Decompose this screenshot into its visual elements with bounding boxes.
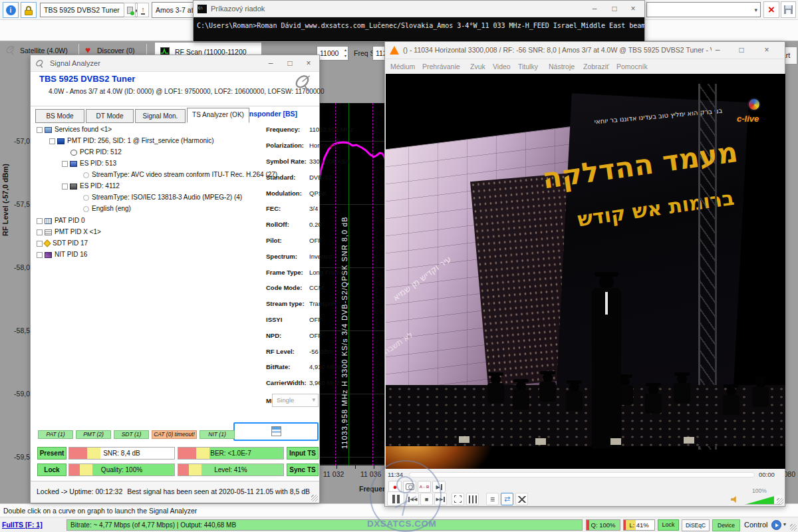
tab-discover[interactable]: Discover (0) [97, 47, 135, 55]
field-value: Transport [309, 300, 336, 307]
control-chevron-icon[interactable]: ▾ [783, 521, 786, 527]
mis-select[interactable]: Single ▾ [272, 394, 319, 407]
menu-subtitles[interactable]: Titulky [518, 63, 538, 70]
sdt-icon [43, 240, 51, 247]
cmd-console[interactable]: C:\Users\Roman>Roman Dávid_www.dxsatcs.c… [194, 17, 644, 41]
volume-slider[interactable] [744, 494, 781, 505]
settings-button[interactable] [466, 493, 479, 505]
close-button[interactable]: × [758, 45, 775, 57]
field-label: Pilot: [266, 237, 282, 244]
pause-button[interactable] [387, 491, 404, 506]
menu-playback[interactable]: Prehrávanie [422, 63, 460, 70]
minimize-button[interactable]: – [262, 58, 279, 70]
tag-button[interactable] [124, 3, 136, 17]
vlc-titlebar[interactable]: () - 11034 Horizontal 3300,008 / RF: -56… [385, 42, 785, 59]
tab-signal-mon[interactable]: Signal Mon. [135, 109, 186, 123]
field-value: Long Frame [309, 269, 343, 276]
tree-item[interactable]: PAT PID 0 [37, 217, 85, 227]
tree-item[interactable]: PCR PID: 512 [70, 148, 122, 158]
freq-start-field[interactable]: 11000 ▴ ▾ [317, 46, 348, 61]
tab-dt-mode[interactable]: DT Mode [86, 109, 134, 123]
sdt-chip[interactable]: SDT (1) [114, 430, 149, 439]
volume-icon[interactable] [731, 495, 739, 503]
tree-item[interactable]: Services found <1> [37, 126, 112, 136]
minimize-button[interactable]: – [709, 45, 726, 57]
save-button[interactable] [781, 1, 796, 18]
menu-tools[interactable]: Nástroje [549, 63, 575, 70]
menu-help[interactable]: Pomocník [616, 63, 648, 70]
shuffle-button[interactable] [515, 493, 528, 505]
maximize-button[interactable]: □ [606, 3, 623, 15]
ber-bar: BER: <1.0E-7 [178, 447, 284, 460]
playlist-button[interactable]: ≡ [486, 493, 499, 505]
fullts-link[interactable]: FullTS [F: 1] [2, 521, 43, 529]
video-area[interactable]: עיר וקדיש מן שמיא לא תשבח בני ברק הוא ימ… [386, 74, 785, 469]
ab-loop-button[interactable]: A↔B [418, 481, 431, 493]
sa-tuner-subtitle: 4.0W - Amos 3/7 at 4.0W (ID: 0000) @ LOF… [49, 88, 324, 95]
stop-button[interactable]: ■ [420, 493, 433, 505]
close-button[interactable]: × [300, 58, 317, 70]
menu-audio[interactable]: Zvuk [470, 63, 485, 70]
tree-item[interactable]: English (eng) [83, 205, 131, 215]
red-x-icon: × [768, 3, 775, 17]
ts-record-button[interactable] [233, 422, 319, 441]
import-button[interactable]: ↑ [137, 3, 149, 17]
maximize-button[interactable]: □ [281, 58, 299, 70]
frame-button[interactable]: ▶ [432, 481, 446, 493]
fullscreen-button[interactable] [452, 493, 464, 505]
lock-button[interactable] [21, 2, 37, 18]
tab-bs-mode[interactable]: BS Mode [35, 109, 84, 123]
tab-ts-analyzer[interactable]: TS Analyzer (OK) [187, 108, 249, 123]
spinner-up-icon[interactable]: ▴ [344, 47, 346, 52]
menu-medium[interactable]: Médium [390, 63, 415, 70]
menu-video[interactable]: Video [493, 63, 511, 70]
tab-satellite[interactable]: Satellite (4.0W) [20, 47, 68, 55]
ab-loop-icon: A↔B [420, 485, 430, 489]
spinner-down-icon[interactable]: ▾ [344, 53, 346, 58]
y-tick: -59,0 [3, 390, 30, 398]
sa-titlebar[interactable]: Signal Analyzer – □ × [31, 55, 319, 72]
save-icon [784, 5, 793, 14]
heart-icon: ♥ [85, 45, 90, 55]
tree-item[interactable]: PMT PID: 256, SID: 1 @ First_service (Ha… [49, 137, 214, 147]
maximize-button[interactable]: □ [733, 45, 750, 57]
preset-select[interactable]: ▾ [646, 2, 761, 17]
resize-grip[interactable] [777, 498, 783, 505]
pat-chip[interactable]: PAT (1) [38, 430, 73, 439]
tree-item[interactable]: StreamType: AVC video stream conform ITU… [83, 171, 277, 181]
tree-item[interactable]: NIT PID 16 [37, 251, 87, 261]
delete-button[interactable]: × [763, 1, 779, 18]
nit-chip[interactable]: NIT (1) [200, 430, 235, 439]
silhouette [726, 386, 736, 396]
menu-view[interactable]: Zobraziť [583, 63, 609, 70]
info-button[interactable]: i [3, 2, 19, 18]
field-value: 0.20 [309, 221, 322, 228]
minimize-button[interactable]: – [586, 3, 603, 15]
tree-item[interactable]: StreamType: ISO/IEC 13818-3 Audio (MPEG-… [83, 194, 242, 203]
diseqc-button[interactable]: DiSEqC [682, 519, 710, 531]
previous-button[interactable]: ◀◀ [406, 493, 419, 505]
loop-button[interactable]: ⇄ [501, 493, 513, 505]
cat-chip[interactable]: CAT (0) timeout! [152, 430, 197, 439]
next-button[interactable]: ▶▶ [434, 493, 447, 505]
device-button[interactable]: Device [712, 519, 740, 531]
field-label: Polarization: [266, 142, 304, 149]
camera-icon [406, 483, 414, 490]
resize-grip[interactable] [311, 495, 318, 501]
lock-indicator: Lock [37, 464, 66, 476]
cmd-titlebar[interactable]: C:\ Príkazový riadok – □ × [194, 1, 644, 17]
control-icon[interactable] [771, 520, 781, 530]
tree-item[interactable]: SDT PID 17 [37, 239, 88, 249]
vlc-window: () - 11034 Horizontal 3300,008 / RF: -56… [384, 41, 785, 507]
resize-grip[interactable] [790, 524, 797, 531]
close-button[interactable]: × [624, 3, 642, 15]
pmt-chip[interactable]: PMT (2) [76, 430, 111, 439]
pmt-icon [57, 138, 65, 144]
snapshot-button[interactable] [403, 481, 416, 493]
y-tick: -57,0 [3, 137, 30, 145]
seek-slider[interactable] [409, 472, 755, 477]
tree-item[interactable]: ES PID: 4112 [62, 182, 120, 192]
tree-item[interactable]: PMT PID X <1> [37, 228, 101, 238]
tree-item[interactable]: ES PID: 513 [62, 160, 116, 170]
stream-dot-icon [83, 172, 89, 178]
